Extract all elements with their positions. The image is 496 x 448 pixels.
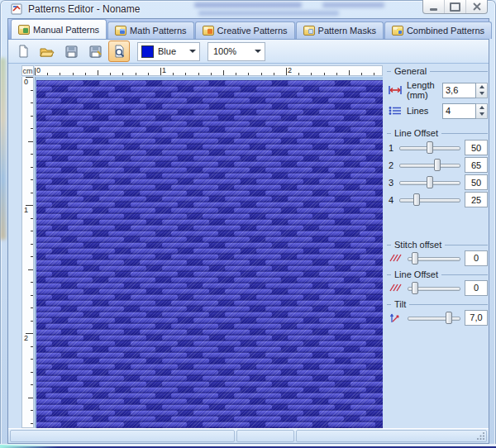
length-input[interactable]	[442, 83, 476, 98]
status-panel-1	[10, 430, 235, 442]
tab-label: Creative Patterns	[217, 26, 288, 36]
color-select[interactable]: Blue	[137, 42, 200, 61]
line-offset-value-1[interactable]: 50	[465, 140, 488, 155]
ruler-tick	[198, 73, 199, 75]
line-offset-single-value[interactable]: 0	[465, 280, 488, 296]
slider-thumb[interactable]	[413, 193, 420, 206]
line-offset-slider-2[interactable]	[399, 159, 460, 171]
ruler-tick	[31, 128, 33, 129]
line-offset-value-4[interactable]: 25	[465, 192, 488, 207]
pattern-masks-icon	[303, 26, 315, 36]
group-title: Tilt	[394, 299, 406, 309]
new-document-icon	[17, 45, 31, 59]
ruler-tick	[349, 70, 350, 75]
ruler-tick	[122, 73, 123, 75]
zoom-select[interactable]: 100%	[207, 42, 265, 61]
slider-thumb[interactable]	[427, 141, 433, 154]
ruler-tick	[31, 231, 33, 231]
spin-up-icon	[479, 106, 484, 109]
client-area: Manual Patterns Math Patterns Creative P…	[7, 18, 489, 444]
tab-combined-patterns[interactable]: Combined Patterns	[384, 21, 492, 39]
spin-up-icon	[479, 85, 484, 88]
page-magnifier-icon	[112, 45, 126, 59]
ruler-tick	[35, 68, 36, 75]
slider-thumb[interactable]	[412, 252, 418, 265]
ruler-tick	[261, 73, 262, 75]
slider-thumb[interactable]	[446, 312, 452, 324]
line-offset-row-2: 2 65	[387, 156, 488, 174]
tilt-axis-icon	[387, 312, 403, 323]
resize-grip[interactable]	[476, 431, 485, 441]
title-bar[interactable]: Patterns Editor - Noname	[0, 0, 496, 18]
tab-creative-patterns[interactable]: Creative Patterns	[195, 21, 295, 39]
row-label: 1	[387, 143, 395, 153]
ruler-label: 1	[24, 206, 28, 214]
math-patterns-icon	[115, 26, 126, 36]
lines-spin-down[interactable]	[476, 111, 487, 118]
background-glow	[0, 445, 58, 448]
ruler-tick	[298, 73, 299, 75]
color-select-dropdown[interactable]	[185, 43, 199, 60]
tab-manual-patterns[interactable]: Manual Patterns	[11, 19, 107, 39]
line-offset-value-3[interactable]: 50	[465, 174, 488, 190]
stitch-offset-value[interactable]: 0	[465, 250, 488, 266]
tab-pattern-masks[interactable]: Pattern Masks	[296, 21, 384, 39]
manual-patterns-icon	[18, 25, 30, 35]
save-as-icon	[88, 45, 103, 59]
line-offset-value-2[interactable]: 65	[465, 157, 488, 173]
ruler-tick	[60, 73, 60, 75]
group-title: Stitch offset	[394, 240, 441, 250]
slider-thumb[interactable]	[434, 159, 441, 171]
knit-pattern[interactable]	[36, 80, 383, 428]
ruler-tick	[361, 73, 362, 75]
save-as-button[interactable]	[84, 41, 106, 62]
minimize-button[interactable]	[423, 0, 444, 13]
ruler-tick	[28, 141, 33, 142]
group-title: General	[394, 66, 427, 76]
length-spinbox	[442, 83, 488, 98]
line-offset-row-4: 4 25	[387, 191, 488, 208]
chevron-down-icon	[255, 50, 261, 53]
background-bleed	[0, 58, 6, 240]
slider-thumb[interactable]	[427, 176, 433, 188]
spin-down-icon	[479, 112, 484, 116]
group-line-offset-single: Line Offset	[387, 269, 488, 280]
line-offset-single-slider[interactable]	[408, 282, 460, 294]
ruler-tick	[324, 73, 325, 75]
work-area: cm 012 012	[8, 64, 489, 428]
tab-math-patterns[interactable]: Math Patterns	[107, 21, 193, 39]
status-panel-3	[296, 430, 487, 442]
stitch-offset-slider[interactable]	[408, 252, 460, 265]
line-offset-slider-1[interactable]	[399, 141, 460, 154]
red-hatch-icon	[387, 254, 403, 262]
ruler-tick	[248, 73, 249, 75]
open-button[interactable]	[36, 41, 58, 62]
ruler-label: 0	[36, 66, 41, 74]
lines-input[interactable]	[442, 103, 476, 119]
tilt-slider[interactable]	[408, 312, 460, 324]
vertical-ruler: 012	[21, 77, 34, 428]
pattern-canvas[interactable]	[35, 77, 383, 428]
close-button[interactable]	[465, 0, 487, 13]
save-button[interactable]	[60, 41, 82, 62]
ruler-tick	[31, 372, 33, 373]
minimize-icon	[430, 8, 437, 11]
lines-spin-up[interactable]	[476, 104, 487, 112]
maximize-button[interactable]	[444, 0, 465, 13]
slider-thumb[interactable]	[412, 282, 418, 294]
line-offset-slider-4[interactable]	[399, 193, 460, 206]
close-icon	[473, 2, 481, 11]
tab-label: Manual Patterns	[33, 25, 99, 35]
ruler-tick	[31, 179, 33, 180]
row-label: 4	[387, 195, 395, 205]
line-offset-slider-3[interactable]	[399, 176, 460, 188]
preview-toggle-button[interactable]	[108, 41, 130, 62]
zoom-select-dropdown[interactable]	[250, 43, 265, 60]
new-button[interactable]	[12, 41, 34, 62]
tilt-value[interactable]: 7,0	[465, 310, 488, 326]
combined-patterns-icon	[392, 26, 403, 36]
length-spin-down[interactable]	[476, 90, 487, 98]
tab-label: Pattern Masks	[318, 26, 376, 36]
length-spin-up[interactable]	[476, 83, 487, 91]
stitch-offset-row: 0	[387, 250, 488, 265]
